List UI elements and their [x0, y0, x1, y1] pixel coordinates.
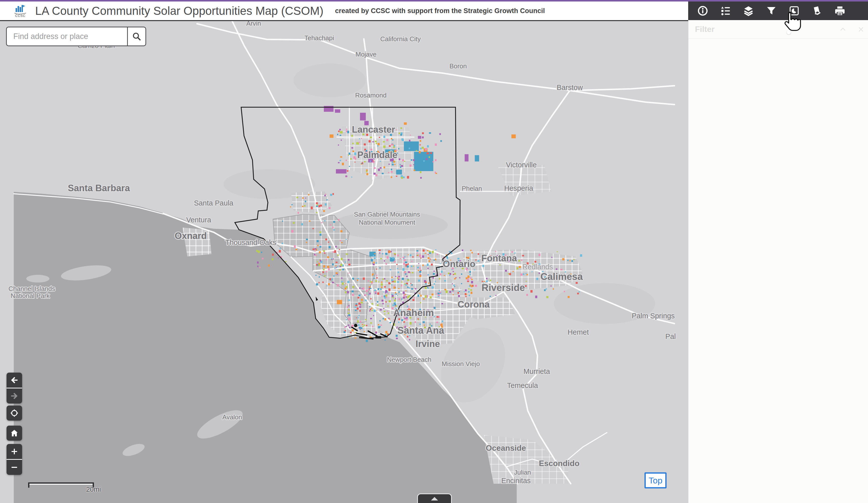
solar-parcel-dot: [403, 258, 404, 259]
solar-parcel-dot: [308, 194, 309, 195]
solar-parcel-dot: [577, 293, 579, 295]
solar-parcel-dot: [402, 159, 404, 161]
map-label: Mojave: [355, 51, 377, 58]
zoom-in-button[interactable]: [7, 444, 22, 459]
solar-parcel-dot: [344, 330, 346, 331]
legend-button[interactable]: [717, 2, 734, 19]
solar-parcel-dot: [411, 266, 412, 267]
chevron-up-icon: [839, 25, 847, 33]
solar-parcel-dot: [356, 317, 357, 318]
map-label: San Gabriel Mountains: [354, 211, 420, 218]
solar-parcel-dot: [346, 177, 347, 178]
solar-parcel-dot: [490, 280, 491, 281]
print-button[interactable]: [831, 2, 848, 19]
solar-parcel-dot: [338, 162, 340, 163]
map-canvas[interactable]: Carrizo PlainArvinTehachapiMojaveCalifor…: [0, 20, 688, 503]
solar-parcel-dot: [350, 337, 351, 338]
next-extent-button[interactable]: [7, 388, 22, 403]
solar-parcel-dot: [495, 251, 496, 252]
solar-parcel-dot: [405, 273, 407, 275]
solar-parcel-dot: [374, 167, 376, 169]
search-input[interactable]: [7, 27, 127, 45]
solar-parcel-dot: [396, 171, 398, 173]
locate-button[interactable]: [7, 406, 22, 421]
solar-parcel-dot: [388, 312, 389, 314]
solar-parcel-dot: [482, 281, 483, 282]
panel-collapse-button[interactable]: [839, 25, 847, 33]
solar-parcel-dot: [431, 264, 433, 266]
solar-parcel-dot: [355, 337, 356, 339]
solar-parcel-dot: [441, 270, 443, 273]
solar-parcel-dot: [328, 283, 330, 285]
solar-parcel-dot: [417, 255, 418, 256]
solar-parcel-dot: [568, 296, 570, 298]
map-label: Thousand Oaks: [225, 238, 276, 246]
solar-parcel-dot: [422, 132, 424, 134]
solar-parcel-dot: [465, 296, 467, 297]
solar-parcel-dot: [354, 153, 356, 155]
solar-parcel-dot: [399, 298, 400, 300]
info-button[interactable]: [694, 2, 711, 19]
close-icon: [857, 25, 865, 33]
solar-parcel-dot: [305, 198, 307, 198]
chart-button[interactable]: [786, 2, 803, 19]
solar-parcel-dot: [389, 164, 390, 165]
solar-parcel-dot: [354, 162, 355, 163]
solar-parcel-dot: [428, 257, 430, 259]
solar-parcel-dot: [296, 249, 297, 250]
top-button[interactable]: Top: [644, 472, 666, 489]
solar-parcel-dot: [342, 163, 344, 165]
solar-parcel-dot: [339, 269, 341, 271]
map-label: Tehachapi: [304, 34, 334, 41]
solar-parcel-dot: [425, 253, 426, 254]
solar-parcel-dot: [471, 292, 473, 294]
solar-parcel-dot: [335, 273, 338, 274]
solar-parcel-dot: [440, 140, 442, 142]
chart-icon: [789, 5, 800, 16]
solar-parcel-dot: [320, 260, 321, 261]
solar-parcel-dot: [398, 321, 399, 323]
solar-parcel-dot: [475, 259, 477, 260]
solar-parcel-dot: [319, 282, 320, 283]
solar-parcel-dot: [397, 281, 399, 283]
solar-parcel-dot: [322, 271, 324, 273]
solar-parcel-dot: [388, 288, 390, 291]
solar-parcel-dot: [406, 296, 407, 298]
bookmark-button[interactable]: [809, 2, 825, 19]
solar-parcel-dot: [453, 271, 454, 272]
solar-parcel-dot: [373, 173, 376, 175]
previous-extent-button[interactable]: [7, 373, 22, 388]
layers-button[interactable]: [740, 2, 757, 19]
filter-button[interactable]: [763, 2, 779, 19]
solar-parcel-dot: [398, 318, 400, 320]
solar-parcel-dot: [322, 281, 324, 283]
search-button[interactable]: [128, 27, 145, 45]
panel-close-button[interactable]: [857, 25, 865, 33]
solar-parcel-dot: [401, 285, 402, 286]
zoom-out-button[interactable]: [7, 460, 22, 475]
solar-parcel-dot: [375, 262, 377, 264]
solar-parcel-dot: [453, 274, 454, 275]
home-button[interactable]: [7, 425, 22, 441]
solar-parcel-dot: [376, 143, 377, 144]
svg-text:CCSC: CCSC: [15, 14, 25, 18]
map-label: Ontario: [443, 259, 475, 269]
locate-group: [7, 406, 22, 421]
solar-parcel-dot: [346, 130, 347, 132]
solar-parcel-dot: [420, 140, 421, 142]
solar-parcel-dot: [320, 246, 321, 248]
solar-parcel-dot: [397, 277, 398, 279]
solar-parcel-dot: [380, 167, 382, 168]
attribute-panel-toggle[interactable]: [417, 493, 452, 503]
solar-parcel-dot: [372, 141, 374, 142]
solar-parcel-dot: [428, 254, 429, 255]
plus-icon: [10, 447, 19, 456]
solar-parcel: [336, 169, 347, 173]
solar-parcel-dot: [509, 273, 511, 275]
solar-parcel-dot: [396, 338, 398, 339]
solar-parcel-dot: [316, 264, 318, 266]
solar-parcel-dot: [417, 252, 418, 254]
solar-parcel-dot: [427, 145, 429, 147]
solar-parcel-dot: [363, 277, 365, 280]
solar-parcel-dot: [364, 143, 366, 145]
